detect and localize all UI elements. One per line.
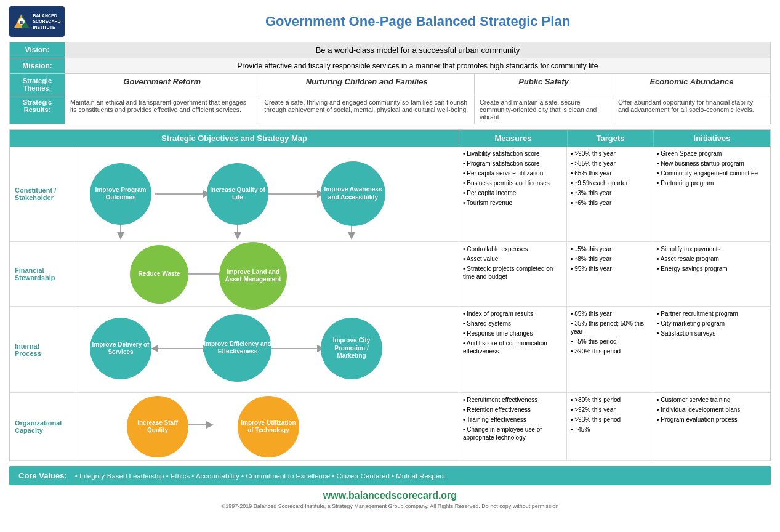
row-label-constituent: Constituent /Stakeholder — [10, 147, 74, 241]
initiatives-org: Customer service training Individual dev… — [653, 393, 770, 460]
measures-financial: Controllable expenses Asset value Strate… — [459, 242, 567, 306]
initiatives-internal: Partner recruitment program City marketi… — [653, 307, 770, 392]
targets-constituent: >90% this year >85% this year 65% this y… — [567, 147, 653, 241]
org-map: Increase Staff Quality Improve Utilizati… — [74, 393, 459, 460]
row-label-internal: InternalProcess — [10, 307, 74, 392]
measure-3-3: Change in employee use of appropriate te… — [463, 425, 563, 441]
node-improve-city: Improve City Promotion / Marketing — [321, 318, 382, 379]
measure-0-5: Tourism revenue — [463, 199, 563, 207]
right-panel: Measures Targets Initiatives Livability … — [459, 130, 770, 461]
target-2-3: >90% this period — [571, 347, 649, 355]
targets-org: >80% this period >92% this year >93% thi… — [567, 393, 653, 460]
node-reduce-waste: Reduce Waste — [130, 245, 188, 304]
page-container: B BALANCEDSCORECARDINSTITUTE Government … — [0, 0, 780, 515]
footer: www.balancedscorecard.org ©1997-2019 Bal… — [9, 490, 771, 509]
measure-0-1: Program satisfaction score — [463, 159, 563, 167]
theme-2: Nurturing Children and Families — [259, 74, 475, 95]
themes-label: Strategic Themes: — [10, 74, 65, 95]
target-3-3: ↑45% — [571, 425, 649, 433]
financial-row: FinancialStewardship Reduce Waste — [10, 242, 459, 307]
svg-text:B: B — [20, 20, 24, 25]
financial-map: Reduce Waste Improve Land and Asset Mana… — [74, 242, 459, 306]
footer-copyright: ©1997-2019 Balanced Scorecard Institute,… — [9, 503, 771, 509]
targets-internal: 85% this year 35% this period; 50% this … — [567, 307, 653, 392]
measure-1-0: Controllable expenses — [463, 245, 563, 253]
measure-2-0: Index of program results — [463, 310, 563, 318]
measures-constituent: Livability satisfaction score Program sa… — [459, 147, 567, 241]
constituent-map: Improve Program Outcomes Increase Qualit… — [74, 147, 459, 241]
top-info-table: Vision: Be a world-class model for a suc… — [9, 42, 771, 124]
row-label-financial: FinancialStewardship — [10, 242, 74, 306]
node-improve-efficiency: Improve Efficiency and Effectiveness — [204, 314, 271, 382]
vision-label: Vision: — [10, 42, 65, 58]
measure-1-1: Asset value — [463, 255, 563, 263]
result-4: Offer abundant opportunity for financial… — [613, 95, 770, 124]
strategy-map-header: Strategic Objectives and Strategy Map — [10, 130, 459, 147]
target-1-2: 95% this year — [571, 265, 649, 273]
mission-text: Provide effective and fiscally responsib… — [65, 58, 771, 74]
row-label-org: OrganizationalCapacity — [10, 393, 74, 460]
target-3-1: >92% this year — [571, 406, 649, 414]
theme-3: Public Safety — [475, 74, 613, 95]
result-2: Create a safe, thriving and engaged comm… — [259, 95, 475, 124]
initiative-2-1: City marketing program — [657, 320, 766, 328]
initiative-0-2: Community engagement committee — [657, 169, 766, 177]
target-3-2: >93% this period — [571, 416, 649, 424]
measure-0-0: Livability satisfaction score — [463, 150, 563, 158]
initiative-3-2: Program evaluation process — [657, 416, 766, 424]
measure-2-3: Audit score of communication effectivene… — [463, 339, 563, 355]
theme-4: Economic Abundance — [613, 74, 770, 95]
measure-0-3: Business permits and licenses — [463, 179, 563, 187]
target-1-1: ↑8% this year — [571, 255, 649, 263]
right-row-org: Recruitment effectiveness Retention effe… — [459, 393, 770, 461]
initiatives-constituent: Green Space program New business startup… — [653, 147, 770, 241]
targets-financial: ↓5% this year ↑8% this year 95% this yea… — [567, 242, 653, 306]
initiative-3-0: Customer service training — [657, 396, 766, 404]
node-increase-quality: Increase Quality of Life — [207, 163, 268, 225]
measures-org: Recruitment effectiveness Retention effe… — [459, 393, 567, 460]
initiative-2-0: Partner recruitment program — [657, 310, 766, 318]
vision-text: Be a world-class model for a successful … — [65, 42, 771, 58]
main-title: Government One-Page Balanced Strategic P… — [65, 14, 771, 30]
node-increase-staff: Increase Staff Quality — [127, 396, 188, 457]
initiative-0-0: Green Space program — [657, 150, 766, 158]
measure-3-0: Recruitment effectiveness — [463, 396, 563, 404]
constituent-row: Constituent /Stakeholder — [10, 147, 459, 242]
theme-1: Government Reform — [65, 74, 259, 95]
right-panel-headers: Measures Targets Initiatives — [459, 130, 770, 147]
measure-2-2: Response time changes — [463, 329, 563, 337]
main-content: Strategic Objectives and Strategy Map Co… — [9, 129, 771, 461]
target-0-2: 65% this year — [571, 169, 649, 177]
footer-url: www.balancedscorecard.org — [9, 490, 771, 501]
initiative-0-1: New business startup program — [657, 159, 766, 167]
org-row: OrganizationalCapacity Increase Staff Qu… — [10, 393, 459, 461]
target-0-4: ↑3% this year — [571, 189, 649, 197]
node-improve-delivery: Improve Delivery of Services — [90, 318, 151, 379]
node-improve-program: Improve Program Outcomes — [90, 163, 151, 225]
result-1: Maintain an ethical and transparent gove… — [65, 95, 259, 124]
internal-map: Improve Delivery of Services Improve Eff… — [74, 307, 459, 392]
measure-1-2: Strategic projects completed on time and… — [463, 265, 563, 281]
initiative-3-1: Individual development plans — [657, 406, 766, 414]
header: B BALANCEDSCORECARDINSTITUTE Government … — [9, 6, 771, 37]
measures-internal: Index of program results Shared systems … — [459, 307, 567, 392]
core-values-label: Core Values: — [18, 471, 67, 480]
initiative-2-2: Satisfaction surveys — [657, 329, 766, 337]
measures-col-header: Measures — [459, 130, 567, 147]
target-0-5: ↑6% this year — [571, 199, 649, 207]
initiative-1-2: Energy savings program — [657, 265, 766, 273]
initiative-1-1: Asset resale program — [657, 255, 766, 263]
core-values-bar: Core Values: • Integrity-Based Leadershi… — [9, 466, 771, 485]
target-2-0: 85% this year — [571, 310, 649, 318]
mission-label: Mission: — [10, 58, 65, 74]
measure-3-1: Retention effectiveness — [463, 406, 563, 414]
core-values-items: • Integrity-Based Leadership • Ethics • … — [75, 472, 445, 480]
right-row-constituent: Livability satisfaction score Program sa… — [459, 147, 770, 242]
right-row-internal: Index of program results Shared systems … — [459, 307, 770, 393]
node-improve-land: Improve Land and Asset Management — [219, 242, 287, 310]
measure-2-1: Shared systems — [463, 320, 563, 328]
target-2-2: ↑5% this period — [571, 337, 649, 345]
result-3: Create and maintain a safe, secure commu… — [475, 95, 613, 124]
strategy-map-panel: Strategic Objectives and Strategy Map Co… — [10, 130, 459, 461]
target-1-0: ↓5% this year — [571, 245, 649, 253]
